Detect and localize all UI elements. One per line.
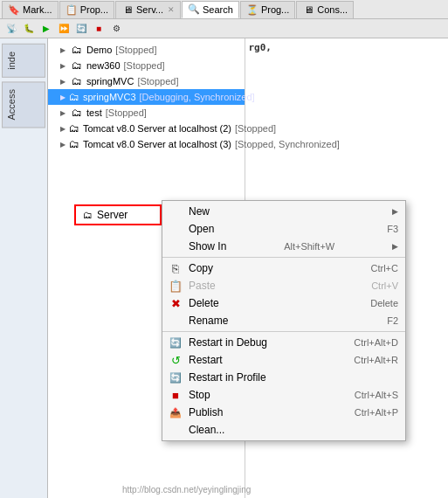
server-icon-springmvc: 🗂 xyxy=(71,75,83,87)
arrow-test: ▶ xyxy=(60,109,67,117)
server-icon-tomcat3: 🗂 xyxy=(69,138,79,150)
menu-item-restart-debug[interactable]: 🔄 Restart in Debug Ctrl+Alt+D xyxy=(162,334,405,351)
menu-item-stop[interactable]: ■ Stop Ctrl+Alt+S xyxy=(162,386,405,404)
context-menu: New Open F3 Show In Alt+Shift+W ⎘ Copy C… xyxy=(162,200,406,441)
server-status-tomcat3: [Stopped, Synchronized] xyxy=(235,139,340,149)
menu-restart-label: Restart xyxy=(189,354,223,366)
server-item-tomcat2[interactable]: ▶ 🗂 Tomcat v8.0 Server at localhost (2) … xyxy=(48,121,245,136)
menu-item-publish[interactable]: 📤 Publish Ctrl+Alt+P xyxy=(162,404,405,421)
menu-item-paste[interactable]: 📋 Paste Ctrl+V xyxy=(162,277,405,294)
server-item-springmvc3[interactable]: ▶ 🗂 springMVC3 [Debugging, Synchronized] xyxy=(48,89,245,105)
sync-btn[interactable]: 🔄 xyxy=(73,21,89,37)
tab-console-label: Cons... xyxy=(317,4,348,15)
markers-icon: 🔖 xyxy=(8,3,20,16)
rename-icon xyxy=(168,313,183,329)
left-tab-index[interactable]: inde xyxy=(2,44,45,78)
publish-icon: 📤 xyxy=(168,405,183,420)
menu-item-restart-profile[interactable]: 🔄 Restart in Profile xyxy=(162,369,405,386)
arrow-tomcat3: ▶ xyxy=(60,141,65,149)
menu-item-new[interactable]: New xyxy=(162,203,405,220)
menu-open-shortcut: F3 xyxy=(387,224,398,234)
stop-btn[interactable]: ■ xyxy=(91,21,107,37)
play-btn[interactable]: ▶ xyxy=(38,21,54,37)
server-list-panel: ▶ 🗂 Demo [Stopped] ▶ 🗂 new360 [Stopped] … xyxy=(48,38,245,498)
paste-icon: 📋 xyxy=(168,278,183,294)
server-item-tomcat3[interactable]: ▶ 🗂 Tomcat v8.0 Server at localhost (3) … xyxy=(48,136,245,152)
separator-1 xyxy=(162,257,405,258)
left-tab-access[interactable]: Access xyxy=(2,81,45,128)
toolbar: 📡 🐛 ▶ ⏩ 🔄 ■ ⚙ xyxy=(0,19,448,38)
server-item-test[interactable]: ▶ 🗂 test [Stopped] xyxy=(48,105,245,121)
stop-icon: ■ xyxy=(168,387,183,403)
menu-paste-label: Paste xyxy=(189,280,216,292)
server-icon-tomcat2: 🗂 xyxy=(69,122,79,135)
server-icon-new360: 🗂 xyxy=(71,59,83,72)
tab-properties[interactable]: 📋 Prop... xyxy=(59,1,114,18)
tab-markers-label: Mark... xyxy=(23,4,52,15)
menu-item-clean[interactable]: Clean... xyxy=(162,421,405,439)
selected-item-label: Server xyxy=(97,209,128,221)
tab-progress[interactable]: ⏳ Prog... xyxy=(240,1,295,18)
separator-2 xyxy=(162,331,405,332)
tab-servers[interactable]: 🖥 Serv... ✕ xyxy=(115,1,181,18)
arrow-springmvc: ▶ xyxy=(60,78,67,86)
clean-icon xyxy=(168,422,183,438)
selected-server-icon: 🗂 xyxy=(81,209,93,221)
restart-debug-icon: 🔄 xyxy=(168,335,183,350)
tab-progress-label: Prog... xyxy=(261,4,289,15)
arrow-new360: ▶ xyxy=(60,62,67,70)
server-status-springmvc: [Stopped] xyxy=(137,76,178,86)
server-status-springmvc3: [Debugging, Synchronized] xyxy=(140,92,255,102)
arrow-springmvc3: ▶ xyxy=(60,93,65,101)
menu-item-open[interactable]: Open F3 xyxy=(162,220,405,238)
arrow-tomcat2: ▶ xyxy=(60,125,65,133)
properties-icon: 📋 xyxy=(65,3,78,16)
menu-rename-shortcut: F2 xyxy=(387,315,398,326)
tab-servers-label: Serv... xyxy=(136,4,163,15)
server-name-new360: new360 xyxy=(86,60,121,71)
left-panel: inde Access xyxy=(0,38,48,498)
show-in-icon xyxy=(168,239,183,254)
menu-rename-label: Rename xyxy=(189,315,228,327)
tab-markers[interactable]: 🔖 Mark... xyxy=(2,1,59,18)
wireless-btn[interactable]: 📡 xyxy=(3,21,19,37)
server-status-new360: [Stopped] xyxy=(124,60,165,71)
server-item-springmvc[interactable]: ▶ 🗂 springMVC [Stopped] xyxy=(48,73,245,89)
tab-search[interactable]: 🔍 Search xyxy=(182,1,239,18)
server-status-test: [Stopped] xyxy=(106,107,147,118)
server-item-new360[interactable]: ▶ 🗂 new360 [Stopped] xyxy=(48,58,245,73)
menu-item-delete[interactable]: ✖ Delete Delete xyxy=(162,294,405,312)
server-name-springmvc: springMVC xyxy=(86,76,134,86)
menu-item-rename[interactable]: Rename F2 xyxy=(162,312,405,329)
restart-profile-icon: 🔄 xyxy=(168,370,183,385)
menu-stop-label: Stop xyxy=(189,389,210,401)
menu-copy-shortcut: Ctrl+C xyxy=(371,263,398,273)
menu-item-copy[interactable]: ⎘ Copy Ctrl+C xyxy=(162,259,405,277)
arrow-demo: ▶ xyxy=(60,46,67,54)
fast-forward-btn[interactable]: ⏩ xyxy=(56,21,72,37)
settings-btn[interactable]: ⚙ xyxy=(108,21,124,37)
server-item-demo[interactable]: ▶ 🗂 Demo [Stopped] xyxy=(48,42,245,58)
menu-show-in-label: Show In xyxy=(189,240,226,252)
server-name-demo: Demo xyxy=(86,45,112,55)
selected-item-box: 🗂 Server xyxy=(74,204,162,225)
tab-properties-label: Prop... xyxy=(80,4,108,15)
tab-servers-close[interactable]: ✕ xyxy=(168,5,175,14)
tab-console[interactable]: 🖥 Cons... xyxy=(296,1,354,18)
menu-item-restart[interactable]: ↺ Restart Ctrl+Alt+R xyxy=(162,351,405,369)
server-status-demo: [Stopped] xyxy=(115,45,156,55)
copy-icon: ⎘ xyxy=(168,260,183,276)
menu-copy-label: Copy xyxy=(189,262,213,274)
debug-btn[interactable]: 🐛 xyxy=(21,21,37,37)
server-icon-test: 🗂 xyxy=(71,107,83,119)
menu-open-label: Open xyxy=(189,223,214,235)
search-icon: 🔍 xyxy=(188,3,200,16)
menu-delete-shortcut: Delete xyxy=(370,298,398,308)
menu-item-show-in[interactable]: Show In Alt+Shift+W xyxy=(162,238,405,255)
code-text: rg0, xyxy=(249,42,272,53)
server-name-tomcat2: Tomcat v8.0 Server at localhost (2) xyxy=(83,123,231,134)
server-icon-demo: 🗂 xyxy=(71,44,83,56)
menu-publish-label: Publish xyxy=(189,406,223,418)
menu-delete-label: Delete xyxy=(189,297,219,309)
menu-show-in-shortcut: Alt+Shift+W xyxy=(284,241,334,252)
